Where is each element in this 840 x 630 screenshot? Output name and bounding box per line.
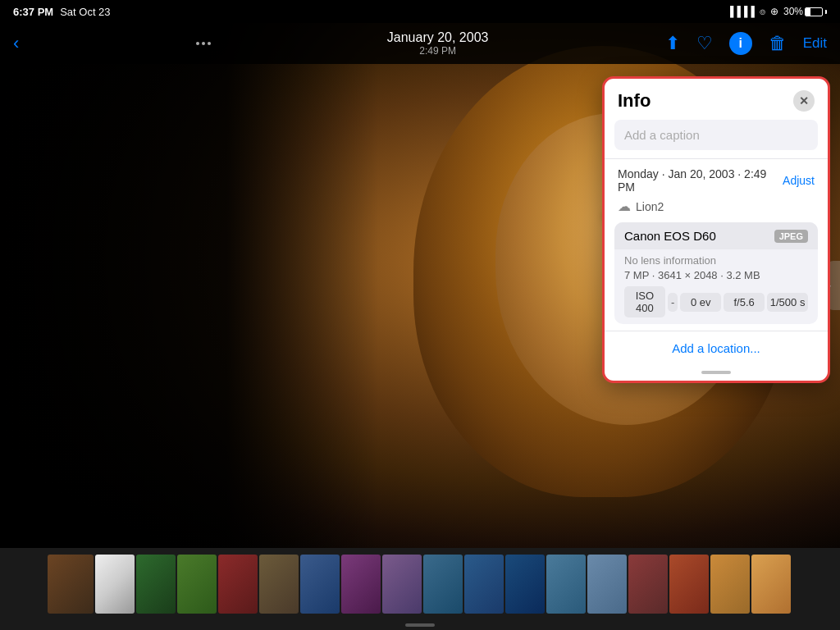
info-panel: Info ✕ Add a caption Monday · Jan 20, 20… (602, 76, 830, 383)
trash-icon[interactable]: 🗑 (769, 33, 787, 54)
thumbnail-6[interactable] (259, 555, 299, 614)
toolbar-left: ‹ (13, 33, 19, 54)
iso-value: ISO 400 (624, 286, 665, 317)
filmstrip (0, 548, 840, 630)
battery-bar (805, 7, 823, 16)
camera-model: Canon EOS D60 (624, 229, 716, 243)
top-toolbar: ‹ January 20, 2003 2:49 PM ⬆ ♡ i 🗑 Edit (0, 23, 840, 64)
photo-date-label: Monday · Jan 20, 2003 · 2:49 PM (618, 167, 783, 194)
ev-value: 0 ev (680, 293, 721, 312)
dash-value: - (668, 293, 678, 312)
battery-tip (825, 10, 827, 14)
indicator-bar (701, 371, 731, 374)
thumbnail-2[interactable] (95, 555, 135, 614)
thumbnail-5[interactable] (218, 555, 258, 614)
dot2 (202, 42, 205, 45)
camera-settings: ISO 400 - 0 ev f/5.6 1/500 s (624, 286, 808, 317)
photo-specs: 7 MP · 3641 × 2048 · 3.2 MB (624, 269, 808, 281)
back-button[interactable]: ‹ (13, 33, 19, 54)
thumbnail-8[interactable] (341, 555, 381, 614)
thumbnail-11[interactable] (464, 555, 504, 614)
status-bar: 6:37 PM Sat Oct 23 ▐▐▐▐ ⌾ ⊕ 30% (0, 0, 840, 23)
thumbnail-10[interactable] (423, 555, 463, 614)
caption-input[interactable]: Add a caption (614, 120, 818, 150)
info-date-row: Monday · Jan 20, 2003 · 2:49 PM Adjust (605, 159, 828, 197)
info-title: Info (618, 90, 651, 112)
status-date: Sat Oct 23 (60, 6, 110, 18)
thumbnail-18[interactable] (751, 555, 791, 614)
info-close-button[interactable]: ✕ (793, 90, 815, 112)
location-row: Add a location... (605, 331, 828, 366)
panel-indicator (605, 366, 828, 381)
thumbnail-12[interactable] (505, 555, 545, 614)
camera-header: Canon EOS D60 JPEG (614, 222, 818, 249)
status-icons: ▐▐▐▐ ⌾ ⊕ 30% (727, 6, 827, 17)
photo-time: 2:49 PM (419, 45, 456, 57)
cloud-icon: ☁ (618, 199, 631, 214)
thumbnail-15[interactable] (628, 555, 668, 614)
thumbnail-17[interactable] (710, 555, 750, 614)
fs-indicator-bar (405, 623, 435, 627)
album-name: Lion2 (636, 200, 664, 213)
thumbnail-1[interactable] (48, 555, 94, 614)
toolbar-dots (196, 42, 211, 45)
toolbar-right: ⬆ ♡ i 🗑 Edit (665, 32, 827, 55)
battery-fill (806, 8, 810, 16)
thumbnail-4[interactable] (177, 555, 217, 614)
camera-section: Canon EOS D60 JPEG No lens information 7… (614, 222, 818, 324)
thumbnail-3[interactable] (136, 555, 176, 614)
thumbnail-16[interactable] (669, 555, 709, 614)
adjust-button[interactable]: Adjust (783, 174, 815, 187)
wifi-icon: ⌾ (760, 6, 765, 17)
shutter-value: 1/500 s (767, 293, 808, 312)
aperture-value: f/5.6 (724, 293, 765, 312)
thumbnail-7[interactable] (300, 555, 340, 614)
thumbnail-13[interactable] (546, 555, 586, 614)
info-cloud-row: ☁ Lion2 (605, 197, 828, 222)
add-location-button[interactable]: Add a location... (672, 341, 760, 355)
toolbar-center: January 20, 2003 2:49 PM (387, 30, 489, 57)
camera-details: No lens information 7 MP · 3641 × 2048 ·… (614, 249, 818, 324)
filmstrip-indicator (0, 620, 840, 630)
info-header: Info ✕ (605, 79, 828, 120)
photo-area: › Info ✕ Add a caption Monday · Jan 20, … (0, 23, 840, 548)
status-time: 6:37 PM (13, 6, 53, 18)
info-icon[interactable]: i (729, 32, 752, 55)
edit-button[interactable]: Edit (803, 35, 827, 52)
thumbnail-14[interactable] (587, 555, 627, 614)
dot3 (208, 42, 211, 45)
filmstrip-bar (0, 548, 840, 620)
battery-pct: 30% (783, 6, 803, 17)
photo-date: January 20, 2003 (387, 30, 489, 45)
close-icon: ✕ (799, 94, 809, 107)
battery-indicator: 30% (783, 6, 827, 17)
share-icon[interactable]: ⬆ (665, 33, 680, 54)
signal-icon: ▐▐▐▐ (727, 6, 755, 17)
favorite-icon[interactable]: ♡ (696, 33, 713, 54)
location-icon: ⊕ (770, 6, 778, 17)
thumbnail-9[interactable] (382, 555, 422, 614)
format-badge: JPEG (774, 230, 808, 243)
lens-info: No lens information (624, 254, 808, 267)
dot1 (196, 42, 199, 45)
